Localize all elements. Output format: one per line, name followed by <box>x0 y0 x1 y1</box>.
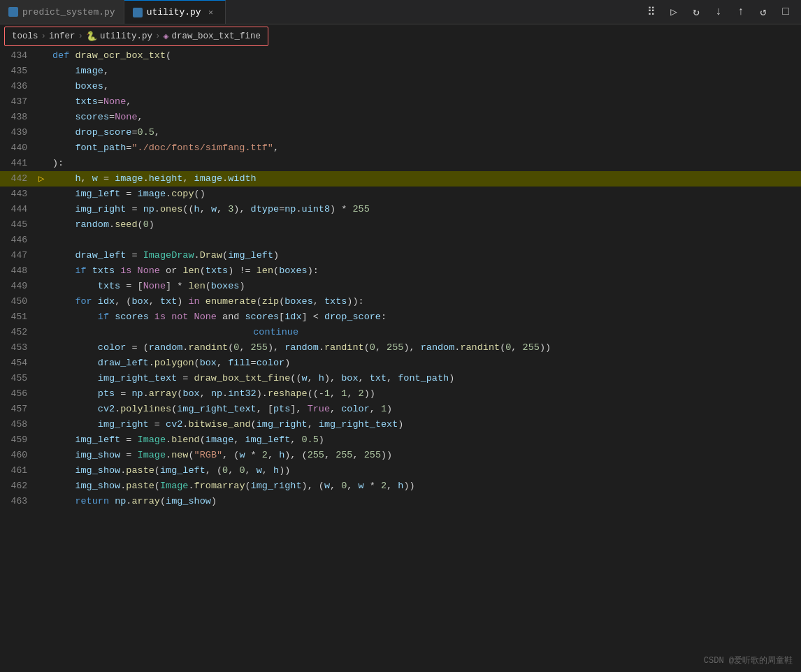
code-line-455: 455 img_right_text = draw_box_txt_fine((… <box>0 371 801 386</box>
sep3: › <box>155 31 161 41</box>
code-content-454: draw_left.polygon(box, fill=color) <box>51 356 801 371</box>
code-content-450: for idx, (box, txt) in enumerate(zip(box… <box>51 294 801 309</box>
code-line-441: 441 ): <box>0 156 801 171</box>
code-content-448: if txts is None or len(txts) != len(boxe… <box>51 263 801 279</box>
code-line-443: 443 img_left = image.copy() <box>0 187 801 202</box>
line-num-446: 446 <box>0 233 38 248</box>
sep1: › <box>41 31 47 41</box>
grid-icon[interactable]: ⠿ <box>642 2 661 22</box>
code-line-446: 446 <box>0 233 801 248</box>
code-line-448: 448 if txts is None or len(txts) != len(… <box>0 263 801 279</box>
line-num-451: 451 <box>0 309 38 325</box>
code-area: 434 def draw_ocr_box_txt( 435 image, 436… <box>0 48 801 672</box>
line-num-444: 444 <box>0 202 38 217</box>
python-icon <box>8 7 18 17</box>
breadcrumb-func-icon: ◈ <box>164 31 169 42</box>
code-content-438: scores=None, <box>51 110 801 125</box>
step-over-icon[interactable]: ↻ <box>686 2 706 22</box>
code-content-452: continue <box>51 325 801 340</box>
line-num-438: 438 <box>0 110 38 125</box>
code-line-434: 434 def draw_ocr_box_txt( <box>0 48 801 64</box>
line-num-450: 450 <box>0 294 38 309</box>
line-num-441: 441 <box>0 156 38 171</box>
code-content-458: img_right = cv2.bitwise_and(img_right, i… <box>51 417 801 432</box>
code-content-446 <box>51 233 801 248</box>
code-content-463: return np.array(img_show) <box>51 494 801 509</box>
code-line-438: 438 scores=None, <box>0 110 801 125</box>
breadcrumb-tools[interactable]: tools <box>12 31 38 41</box>
code-content-455: img_right_text = draw_box_txt_fine((w, h… <box>51 371 801 386</box>
code-line-437: 437 txts=None, <box>0 94 801 110</box>
line-num-457: 457 <box>0 402 38 417</box>
code-line-454: 454 draw_left.polygon(box, fill=color) <box>0 356 801 371</box>
code-line-452: 452 continue <box>0 325 801 340</box>
code-content-461: img_show.paste(img_left, (0, 0, w, h)) <box>51 463 801 479</box>
step-into-icon[interactable]: ↓ <box>709 2 728 22</box>
code-content-436: boxes, <box>51 79 801 94</box>
code-line-463: 463 return np.array(img_show) <box>0 494 801 509</box>
code-content-462: img_show.paste(Image.fromarray(img_right… <box>51 479 801 494</box>
code-content-453: color = (random.randint(0, 255), random.… <box>51 340 801 356</box>
tab-label-predict: predict_system.py <box>22 7 115 17</box>
line-num-455: 455 <box>0 371 38 386</box>
stop-icon[interactable]: □ <box>776 2 795 22</box>
line-num-436: 436 <box>0 79 38 94</box>
breadcrumb-infer[interactable]: infer <box>49 31 75 41</box>
breadcrumb-func[interactable]: draw_box_txt_fine <box>171 31 261 41</box>
code-line-436: 436 boxes, <box>0 79 801 94</box>
code-line-449: 449 txts = [None] * len(boxes) <box>0 279 801 294</box>
code-line-459: 459 img_left = Image.blend(image, img_le… <box>0 432 801 448</box>
code-content-449: txts = [None] * len(boxes) <box>51 279 801 294</box>
toolbar-icons: ⠿ ▷ ↻ ↓ ↑ ↺ □ <box>642 2 801 22</box>
line-num-447: 447 <box>0 248 38 263</box>
line-num-445: 445 <box>0 217 38 233</box>
tabs-container: predict_system.py utility.py ✕ <box>0 0 226 24</box>
code-content-451: if scores is not None and scores[idx] < … <box>51 309 801 325</box>
code-line-450: 450 for idx, (box, txt) in enumerate(zip… <box>0 294 801 309</box>
code-line-445: 445 random.seed(0) <box>0 217 801 233</box>
code-content-447: draw_left = ImageDraw.Draw(img_left) <box>51 248 801 263</box>
code-line-457: 457 cv2.polylines(img_right_text, [pts],… <box>0 402 801 417</box>
code-line-444: 444 img_right = np.ones((h, w, 3), dtype… <box>0 202 801 217</box>
step-out-icon[interactable]: ↑ <box>731 2 751 22</box>
line-num-439: 439 <box>0 125 38 140</box>
line-num-458: 458 <box>0 417 38 432</box>
line-num-462: 462 <box>0 479 38 494</box>
code-content-435: image, <box>51 64 801 79</box>
line-num-454: 454 <box>0 356 38 371</box>
restart-icon[interactable]: ↺ <box>753 2 773 22</box>
tab-label-utility: utility.py <box>147 7 201 17</box>
breadcrumb-file[interactable]: utility.py <box>100 31 152 41</box>
line-num-460: 460 <box>0 448 38 463</box>
code-line-451: 451 if scores is not None and scores[idx… <box>0 309 801 325</box>
code-line-435: 435 image, <box>0 64 801 79</box>
code-line-462: 462 img_show.paste(Image.fromarray(img_r… <box>0 479 801 494</box>
play-icon[interactable]: ▷ <box>664 2 684 22</box>
code-line-440: 440 font_path="./doc/fonts/simfang.ttf", <box>0 140 801 156</box>
line-num-448: 448 <box>0 263 38 279</box>
code-line-460: 460 img_show = Image.new("RGB", (w * 2, … <box>0 448 801 463</box>
code-line-453: 453 color = (random.randint(0, 255), ran… <box>0 340 801 356</box>
code-content-460: img_show = Image.new("RGB", (w * 2, h), … <box>51 448 801 463</box>
code-content-437: txts=None, <box>51 94 801 110</box>
code-line-442: 442 ▷ h, w = image.height, image.width <box>0 171 801 187</box>
line-num-463: 463 <box>0 494 38 509</box>
breadcrumb-file-icon: 🐍 <box>86 31 97 42</box>
tab-predict-system[interactable]: predict_system.py <box>0 0 124 24</box>
line-num-440: 440 <box>0 140 38 156</box>
code-content-441: ): <box>51 156 801 171</box>
line-num-456: 456 <box>0 386 38 402</box>
code-content-443: img_left = image.copy() <box>51 187 801 202</box>
tab-close-button[interactable]: ✕ <box>205 7 217 18</box>
tab-utility[interactable]: utility.py ✕ <box>124 0 226 24</box>
line-num-435: 435 <box>0 64 38 79</box>
code-content-444: img_right = np.ones((h, w, 3), dtype=np.… <box>51 202 801 217</box>
code-content-439: drop_score=0.5, <box>51 125 801 140</box>
code-line-439: 439 drop_score=0.5, <box>0 125 801 140</box>
python-icon-2 <box>133 8 143 17</box>
breadcrumb: tools › infer › 🐍 utility.py › ◈ draw_bo… <box>4 27 268 46</box>
code-line-456: 456 pts = np.array(box, np.int32).reshap… <box>0 386 801 402</box>
line-num-452: 452 <box>0 325 38 340</box>
line-num-437: 437 <box>0 94 38 110</box>
line-num-461: 461 <box>0 463 38 479</box>
